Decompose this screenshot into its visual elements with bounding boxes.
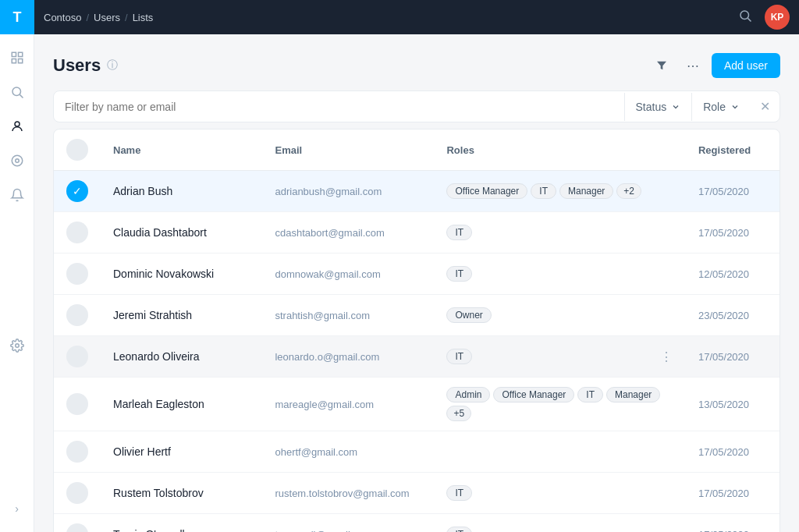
table-row[interactable]: Claudia Dashtabortcdashtabort@gmail.comI…: [54, 212, 779, 254]
role-badge: Office Manager: [493, 387, 574, 403]
roles-column-header[interactable]: Roles: [434, 129, 686, 171]
svg-rect-4: [18, 59, 22, 63]
sidebar-item-users[interactable]: [3, 112, 31, 140]
row-checkbox[interactable]: [54, 336, 101, 378]
role-badge: Owner: [446, 307, 491, 323]
extra-roles-badge: +2: [616, 183, 641, 199]
registered-date-cell: 17/05/2020: [686, 514, 779, 533]
sidebar-expand-button[interactable]: ›: [3, 495, 31, 523]
row-checkbox[interactable]: [54, 378, 101, 431]
user-name[interactable]: Claudia Dashtabort: [113, 226, 207, 239]
role-badge: IT: [446, 349, 472, 364]
svg-point-0: [740, 11, 749, 20]
registered-date-cell: 17/05/2020: [686, 336, 779, 378]
sidebar-item-notifications[interactable]: [3, 181, 31, 209]
row-actions-button[interactable]: ⋮: [660, 349, 673, 364]
user-name-cell: Travis O'conell: [101, 514, 262, 533]
sidebar-item-home[interactable]: [3, 44, 31, 72]
registered-date: 17/05/2020: [698, 227, 749, 239]
user-email: cdashtabort@gmail.com: [275, 227, 384, 239]
user-email: leonardo.o@gmail.com: [275, 351, 379, 363]
registered-column-header[interactable]: Registered: [686, 129, 779, 171]
table-row[interactable]: Rustem Tolstobrovrustem.tolstobrov@gmail…: [54, 473, 779, 514]
user-email-cell: mareagle@gmail.com: [262, 378, 434, 431]
sidebar-item-settings[interactable]: [3, 332, 31, 360]
registered-date: 23/05/2020: [698, 310, 749, 321]
user-email-cell: ohertf@gmail.com: [262, 431, 434, 473]
user-email: adrianbush@gmail.com: [275, 186, 382, 197]
table-row[interactable]: ✓Adrian Bushadrianbush@gmail.comOffice M…: [54, 171, 779, 212]
table-row[interactable]: Travis O'conelltoconoell@gmail.comIT17/0…: [54, 514, 779, 533]
row-checkbox[interactable]: [54, 514, 101, 533]
user-roles-cell: IT: [434, 473, 686, 514]
select-all-header[interactable]: [54, 129, 101, 171]
registered-date: 17/05/2020: [698, 529, 749, 532]
row-checkbox[interactable]: ✓: [54, 171, 101, 212]
user-roles-cell: IT: [434, 254, 686, 295]
table-row[interactable]: Olivier Hertfohertf@gmail.com17/05/2020: [54, 431, 779, 473]
user-email: strahtish@gmail.com: [275, 310, 370, 321]
user-email-cell: strahtish@gmail.com: [262, 295, 434, 336]
sidebar-item-calls[interactable]: [3, 78, 31, 106]
user-name[interactable]: Leonardo Oliveira: [113, 350, 200, 363]
status-filter-button[interactable]: Status: [625, 93, 692, 121]
sidebar-item-timeline[interactable]: [3, 147, 31, 175]
user-avatar[interactable]: KP: [765, 5, 790, 30]
role-filter-button[interactable]: Role: [692, 93, 751, 121]
row-checkbox[interactable]: [54, 254, 101, 295]
user-roles-cell: IT⋮: [434, 336, 686, 378]
sidebar: ›: [0, 0, 34, 532]
breadcrumb-lists[interactable]: Lists: [133, 12, 154, 23]
user-name[interactable]: Olivier Hertf: [113, 445, 171, 458]
user-name[interactable]: Rustem Tolstobrov: [113, 487, 204, 499]
row-checkbox[interactable]: [54, 212, 101, 254]
role-badge: IT: [446, 266, 472, 282]
table-row[interactable]: Leonardo Oliveiraleonardo.o@gmail.comIT⋮…: [54, 336, 779, 378]
user-name[interactable]: Travis O'conell: [113, 528, 185, 532]
add-user-button[interactable]: Add user: [712, 53, 780, 78]
breadcrumb-users[interactable]: Users: [94, 12, 120, 23]
user-email: toconoell@gmail.com: [275, 529, 371, 532]
page-header: Users ⓘ ⋯ Add user: [53, 53, 780, 78]
table-row[interactable]: Dominic Novakowskidomnowak@gmail.comIT12…: [54, 254, 779, 295]
registered-date-cell: 13/05/2020: [686, 378, 779, 431]
row-checkbox[interactable]: [54, 473, 101, 514]
user-name-cell: Olivier Hertf: [101, 431, 262, 473]
role-badge: IT: [531, 183, 556, 199]
user-name[interactable]: Dominic Novakowski: [113, 268, 214, 280]
user-roles-cell: Owner: [434, 295, 686, 336]
user-name-cell: Leonardo Oliveira: [101, 336, 262, 378]
info-icon[interactable]: ⓘ: [107, 59, 118, 73]
svg-rect-5: [12, 59, 16, 63]
user-name[interactable]: Jeremi Strahtish: [113, 309, 192, 321]
registered-date-cell: 17/05/2020: [686, 171, 779, 212]
page-title-group: Users ⓘ: [53, 55, 118, 76]
search-input[interactable]: [54, 93, 624, 121]
filter-icon-button[interactable]: [649, 53, 674, 78]
svg-point-10: [15, 159, 19, 163]
user-name[interactable]: Adrian Bush: [113, 185, 172, 197]
registered-date-cell: 17/05/2020: [686, 212, 779, 254]
breadcrumb-contoso[interactable]: Contoso: [44, 12, 81, 23]
email-column-header[interactable]: Email: [262, 129, 434, 171]
role-badge: Admin: [446, 387, 490, 403]
app-logo[interactable]: T: [0, 0, 34, 34]
svg-line-7: [20, 94, 23, 98]
registered-date: 12/05/2020: [698, 268, 749, 280]
user-roles-cell: Office ManagerITManager+2: [434, 171, 686, 212]
table-row[interactable]: Marleah Eaglestonmareagle@gmail.comAdmin…: [54, 378, 779, 431]
search-button[interactable]: [726, 9, 765, 26]
user-name[interactable]: Marleah Eagleston: [113, 398, 204, 410]
row-checkbox[interactable]: [54, 431, 101, 473]
filter-close-button[interactable]: ✕: [751, 91, 779, 122]
table-row[interactable]: Jeremi Strahtishstrahtish@gmail.comOwner…: [54, 295, 779, 336]
name-column-header[interactable]: Name: [101, 129, 262, 171]
user-email-cell: toconoell@gmail.com: [262, 514, 434, 533]
more-options-button[interactable]: ⋯: [680, 53, 705, 78]
registered-date-cell: 12/05/2020: [686, 254, 779, 295]
role-filter-label: Role: [703, 101, 726, 113]
breadcrumb-sep-2: /: [125, 12, 128, 23]
user-name-cell: Adrian Bush: [101, 171, 262, 212]
row-checkbox[interactable]: [54, 295, 101, 336]
user-roles-cell: AdminOffice ManagerITManager+5: [434, 378, 686, 431]
